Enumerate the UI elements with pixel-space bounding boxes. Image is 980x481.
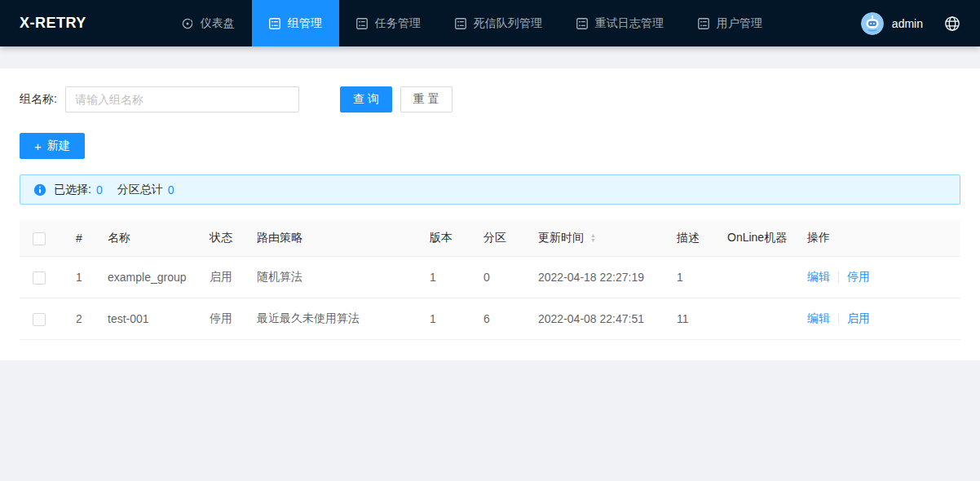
filter-bar: 组名称: 查 询 重 置 [20,86,960,113]
select-all-checkbox[interactable] [33,232,46,245]
col-index: # [63,220,95,257]
row-checkbox[interactable] [33,271,46,285]
nav-label: 组管理 [288,16,322,31]
toolbar: + 新建 [20,133,960,159]
content-card: 组名称: 查 询 重 置 + 新建 已选择: 0 分区总计 0 [0,68,980,360]
grid-icon [698,18,709,29]
enable-link[interactable]: 启用 [847,311,870,324]
col-actions: 操作 [794,220,960,257]
language-globe-icon[interactable] [944,15,960,32]
new-button-label: 新建 [47,139,70,153]
cell-route-strategy: 最近最久未使用算法 [244,298,417,340]
dashboard-icon [182,18,193,29]
nav-item-retry-log[interactable]: 重试日志管理 [559,0,681,46]
partition-total-count: 0 [168,183,174,196]
cell-route-strategy: 随机算法 [244,257,417,298]
cell-version: 1 [417,257,470,298]
table-row: 1 example_group 启用 随机算法 1 0 2022-04-18 2… [20,257,960,298]
grid-icon [356,18,368,29]
cell-status: 停用 [196,298,244,340]
cell-online-machines [714,298,794,340]
cell-partition: 0 [470,257,525,298]
nav-item-user-management[interactable]: 用户管理 [681,0,779,46]
selected-count: 0 [96,183,103,196]
nav-item-group-management[interactable]: 组管理 [252,0,339,46]
edit-link[interactable]: 编辑 [807,311,830,324]
table-header-row: # 名称 状态 路由策略 版本 分区 更新时间 ▲▼ 描述 [20,220,960,257]
grid-icon [269,18,280,29]
cell-version: 1 [417,298,470,340]
col-updated-at[interactable]: 更新时间 ▲▼ [525,220,664,257]
partition-total-label: 分区总计 [117,183,163,197]
col-description: 描述 [664,220,714,257]
header-right: admin [861,0,960,46]
info-icon [33,183,46,196]
user-avatar[interactable] [861,12,884,35]
action-divider [838,313,839,324]
group-name-input[interactable] [65,86,299,113]
reset-button[interactable]: 重 置 [400,86,452,113]
cell-name: example_group [95,257,196,298]
cell-description: 11 [664,298,714,340]
col-online-machines: OnLine机器 [714,220,794,257]
username[interactable]: admin [892,17,923,30]
nav-label: 死信队列管理 [474,16,542,31]
col-updated-at-label: 更新时间 [538,231,584,245]
cell-index: 2 [63,298,95,340]
brand-logo: X-RETRY [20,0,86,46]
nav-item-task-management[interactable]: 任务管理 [339,0,438,46]
cell-online-machines [714,257,794,298]
search-button[interactable]: 查 询 [340,86,392,113]
edit-link[interactable]: 编辑 [807,270,830,283]
action-divider [838,271,839,283]
row-checkbox[interactable] [33,313,46,326]
col-name: 名称 [95,220,196,257]
grid-icon [455,18,466,29]
nav-label: 任务管理 [375,16,421,31]
group-name-label: 组名称: [20,92,57,107]
table-row: 2 test-001 停用 最近最久未使用算法 1 6 2022-04-08 2… [20,298,960,340]
nav-label: 重试日志管理 [595,16,664,31]
groups-table: # 名称 状态 路由策略 版本 分区 更新时间 ▲▼ 描述 [20,220,960,340]
col-version: 版本 [417,220,470,257]
selected-label: 已选择: [54,183,91,197]
grid-icon [576,18,588,29]
cell-updated-at: 2022-04-08 22:47:51 [525,298,664,340]
plus-icon: + [34,140,42,152]
page-body: 组名称: 查 询 重 置 + 新建 已选择: 0 分区总计 0 [0,46,980,360]
disable-link[interactable]: 停用 [847,270,870,283]
cell-name: test-001 [95,298,196,340]
nav-item-dashboard[interactable]: 仪表盘 [165,0,252,46]
nav-label: 用户管理 [717,16,762,31]
cell-actions: 编辑停用 [794,257,960,298]
main-nav: 仪表盘 组管理 任务管理 死信队列管理 重试日志管理 [165,0,861,46]
sort-carets-icon[interactable]: ▲▼ [590,233,596,243]
cell-description: 1 [664,257,714,298]
cell-index: 1 [63,257,95,298]
cell-status: 启用 [196,257,244,298]
nav-item-dead-letter-queue[interactable]: 死信队列管理 [438,0,559,46]
nav-label: 仪表盘 [201,16,235,31]
col-status: 状态 [196,220,244,257]
cell-actions: 编辑启用 [794,298,960,340]
cell-updated-at: 2022-04-18 22:27:19 [525,257,664,298]
col-partition: 分区 [470,220,525,257]
new-button[interactable]: + 新建 [20,133,85,159]
selection-summary-alert: 已选择: 0 分区总计 0 [20,174,960,205]
cell-partition: 6 [470,298,525,340]
app-header: X-RETRY 仪表盘 组管理 任务管理 死信队列管理 [0,0,980,46]
col-route-strategy: 路由策略 [244,220,417,257]
